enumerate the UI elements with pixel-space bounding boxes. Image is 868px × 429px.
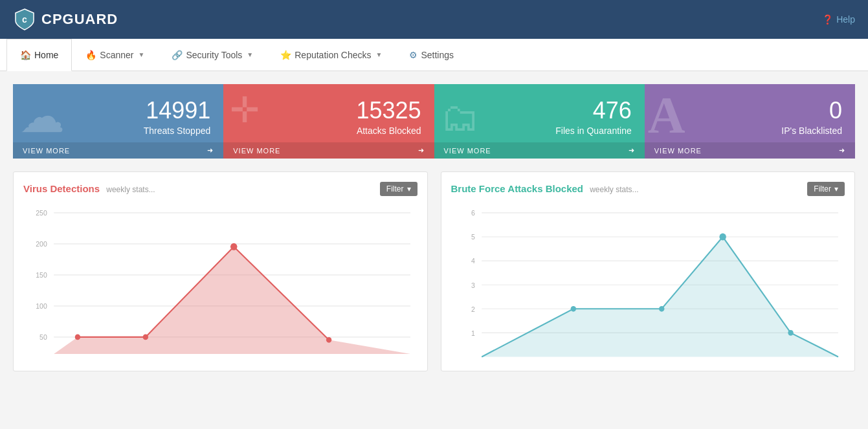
nav-home-label: Home — [34, 50, 58, 60]
blacklisted-bg-icon: A — [648, 86, 685, 145]
attacks-view-more[interactable]: VIEW MORE ➜ — [223, 142, 434, 159]
brute-area-fill — [482, 237, 838, 357]
svg-text:1: 1 — [471, 329, 474, 337]
stats-row: ☁ 14991 Threats Stopped VIEW MORE ➜ ✛ 15… — [13, 84, 855, 159]
virus-dot-2 — [143, 335, 148, 340]
virus-chart-title-group: Virus Detections weekly stats... — [23, 183, 155, 195]
svg-text:250: 250 — [36, 209, 47, 217]
quarantine-footer-arrow-icon: ➜ — [629, 146, 635, 155]
brute-filter-label: Filter — [814, 184, 831, 193]
quarantine-view-more[interactable]: VIEW MORE ➜ — [434, 142, 645, 159]
stat-blacklisted: A 0 IP's Blacklisted VIEW MORE ➜ — [645, 84, 855, 159]
quarantine-footer-label: VIEW MORE — [444, 147, 491, 155]
attacks-bg-icon: ✛ — [230, 89, 260, 131]
svg-text:3: 3 — [471, 281, 474, 289]
nav-reputation-checks[interactable]: ⭐ Reputation Checks ▼ — [267, 39, 395, 71]
virus-filter-label: Filter — [386, 184, 404, 193]
threats-footer-label: VIEW MORE — [23, 147, 70, 155]
logo-text: cPGuard — [41, 11, 118, 28]
home-icon: 🏠 — [20, 50, 31, 60]
virus-detections-chart: Virus Detections weekly stats... Filter … — [13, 171, 428, 371]
help-link[interactable]: ❓ Help — [822, 14, 855, 25]
nav-settings[interactable]: ⚙ Settings — [395, 39, 467, 71]
attacks-footer-arrow-icon: ➜ — [418, 146, 425, 155]
stat-attacks-blocked: ✛ 15325 Attacks Blocked VIEW MORE ➜ — [223, 84, 434, 159]
stat-quarantine: 🗂 476 Files in Quarantine VIEW MORE ➜ — [434, 84, 645, 159]
brute-chart-subtitle: weekly stats... — [590, 185, 638, 194]
scanner-arrow-icon: ▼ — [139, 51, 145, 58]
virus-dot-4 — [326, 337, 331, 343]
brute-filter-button[interactable]: Filter ▾ — [807, 182, 845, 196]
virus-filter-button[interactable]: Filter ▾ — [380, 182, 417, 196]
reputation-arrow-icon: ▼ — [376, 51, 383, 58]
scanner-icon: 🔥 — [85, 50, 96, 60]
main-nav: 🏠 Home 🔥 Scanner ▼ 🔗 Security Tools ▼ ⭐ … — [0, 39, 868, 71]
nav-home[interactable]: 🏠 Home — [6, 39, 72, 71]
stat-threats-stopped: ☁ 14991 Threats Stopped VIEW MORE ➜ — [13, 84, 223, 159]
brute-force-chart: Brute Force Attacks Blocked weekly stats… — [441, 171, 856, 371]
nav-reputation-label: Reputation Checks — [295, 50, 371, 60]
threats-view-more[interactable]: VIEW MORE ➜ — [13, 142, 223, 159]
attacks-footer-label: VIEW MORE — [233, 147, 280, 155]
virus-chart-header: Virus Detections weekly stats... Filter … — [23, 182, 417, 196]
brute-dot-2 — [659, 306, 664, 312]
charts-row: Virus Detections weekly stats... Filter … — [13, 171, 855, 371]
attacks-label: Attacks Blocked — [236, 126, 421, 136]
brute-chart-title-group: Brute Force Attacks Blocked weekly stats… — [451, 183, 639, 195]
brute-dot-peak — [719, 234, 726, 241]
brute-filter-chevron-icon: ▾ — [834, 184, 838, 193]
help-icon: ❓ — [822, 14, 833, 25]
virus-dot-1 — [75, 335, 80, 340]
nav-security-tools[interactable]: 🔗 Security Tools ▼ — [158, 39, 267, 71]
svg-text:6: 6 — [471, 209, 474, 217]
nav-security-tools-label: Security Tools — [186, 50, 242, 60]
brute-chart-svg-container: 6 5 4 3 2 1 — [451, 206, 845, 361]
virus-chart-subtitle: weekly stats... — [106, 185, 155, 194]
app-header: c cPGuard ❓ Help — [0, 0, 868, 39]
virus-filter-chevron-icon: ▾ — [407, 184, 411, 193]
brute-chart-svg: 6 5 4 3 2 1 — [451, 206, 845, 361]
threats-footer-arrow-icon: ➜ — [207, 146, 214, 155]
attacks-value: 15325 — [236, 97, 421, 124]
brute-dot-1 — [570, 306, 575, 312]
nav-scanner[interactable]: 🔥 Scanner ▼ — [72, 39, 158, 71]
svg-text:50: 50 — [39, 333, 47, 341]
svg-text:c: c — [22, 14, 27, 25]
svg-text:200: 200 — [36, 240, 47, 248]
virus-chart-svg-container: 250 200 150 100 50 — [23, 206, 417, 361]
security-tools-icon: 🔗 — [172, 50, 183, 60]
quarantine-bg-icon: 🗂 — [441, 94, 480, 139]
logo: c cPGuard — [13, 8, 118, 31]
brute-chart-title: Brute Force Attacks Blocked — [451, 183, 584, 194]
svg-text:100: 100 — [36, 302, 47, 310]
security-tools-arrow-icon: ▼ — [247, 51, 253, 58]
reputation-icon: ⭐ — [280, 50, 291, 60]
virus-chart-title: Virus Detections — [23, 183, 100, 194]
help-label: Help — [836, 14, 855, 25]
blacklisted-footer-arrow-icon: ➜ — [839, 146, 845, 155]
logo-shield-icon: c — [13, 8, 36, 31]
main-content: ☁ 14991 Threats Stopped VIEW MORE ➜ ✛ 15… — [0, 71, 868, 384]
brute-dot-4 — [788, 330, 793, 336]
nav-settings-label: Settings — [421, 50, 454, 60]
virus-chart-svg: 250 200 150 100 50 — [23, 206, 417, 361]
virus-dot-peak — [230, 243, 237, 250]
settings-nav-icon: ⚙ — [409, 50, 417, 60]
blacklisted-footer-label: VIEW MORE — [654, 147, 702, 155]
nav-scanner-label: Scanner — [100, 50, 133, 60]
svg-text:5: 5 — [471, 233, 474, 241]
threats-bg-icon: ☁ — [19, 89, 65, 142]
brute-chart-header: Brute Force Attacks Blocked weekly stats… — [451, 182, 845, 196]
svg-text:4: 4 — [471, 257, 474, 265]
svg-text:150: 150 — [36, 271, 47, 279]
svg-text:2: 2 — [471, 305, 474, 313]
virus-area-fill — [54, 247, 410, 354]
